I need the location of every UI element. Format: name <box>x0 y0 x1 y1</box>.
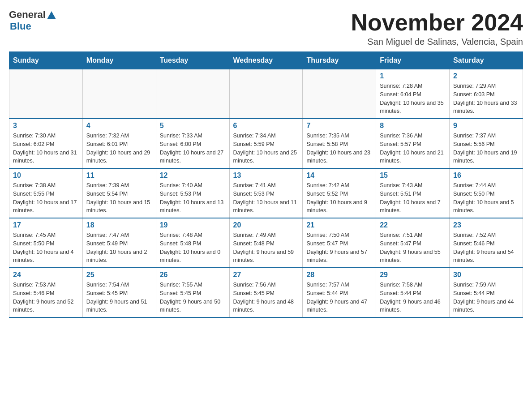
calendar-cell: 19Sunrise: 7:48 AM Sunset: 5:48 PM Dayli… <box>156 218 229 268</box>
month-title: November 2024 <box>351 9 523 36</box>
day-number: 16 <box>453 171 519 180</box>
day-number: 29 <box>380 271 446 279</box>
calendar-cell <box>82 69 156 119</box>
day-info: Sunrise: 7:54 AM Sunset: 5:45 PM Dayligh… <box>86 281 152 314</box>
day-number: 18 <box>86 221 152 229</box>
page-header: General Blue November 2024 San Miguel de… <box>9 9 523 47</box>
calendar-cell: 23Sunrise: 7:52 AM Sunset: 5:46 PM Dayli… <box>450 218 523 268</box>
day-number: 11 <box>86 171 152 180</box>
day-number: 17 <box>13 221 79 229</box>
day-number: 22 <box>380 221 446 229</box>
calendar-cell: 20Sunrise: 7:49 AM Sunset: 5:48 PM Dayli… <box>229 218 303 268</box>
calendar-cell: 30Sunrise: 7:59 AM Sunset: 5:44 PM Dayli… <box>450 268 523 317</box>
day-info: Sunrise: 7:30 AM Sunset: 6:02 PM Dayligh… <box>13 132 79 165</box>
day-info: Sunrise: 7:52 AM Sunset: 5:46 PM Dayligh… <box>453 231 519 265</box>
calendar-cell: 26Sunrise: 7:55 AM Sunset: 5:45 PM Dayli… <box>156 268 229 317</box>
day-number: 4 <box>86 122 152 130</box>
calendar-cell: 7Sunrise: 7:35 AM Sunset: 5:58 PM Daylig… <box>303 119 376 168</box>
day-number: 24 <box>13 271 79 279</box>
day-info: Sunrise: 7:39 AM Sunset: 5:54 PM Dayligh… <box>86 181 152 215</box>
day-info: Sunrise: 7:40 AM Sunset: 5:53 PM Dayligh… <box>160 181 226 215</box>
day-info: Sunrise: 7:37 AM Sunset: 5:56 PM Dayligh… <box>453 132 519 165</box>
day-info: Sunrise: 7:59 AM Sunset: 5:44 PM Dayligh… <box>453 281 519 314</box>
calendar-cell: 21Sunrise: 7:50 AM Sunset: 5:47 PM Dayli… <box>303 218 376 268</box>
weekday-header-sunday: Sunday <box>9 52 83 69</box>
weekday-header-wednesday: Wednesday <box>229 52 303 69</box>
calendar-cell: 10Sunrise: 7:38 AM Sunset: 5:55 PM Dayli… <box>9 168 83 218</box>
week-row-1: 1Sunrise: 7:28 AM Sunset: 6:04 PM Daylig… <box>9 69 523 119</box>
day-info: Sunrise: 7:44 AM Sunset: 5:50 PM Dayligh… <box>453 181 519 215</box>
day-number: 23 <box>453 221 519 229</box>
day-info: Sunrise: 7:33 AM Sunset: 6:00 PM Dayligh… <box>160 132 226 165</box>
calendar-cell: 27Sunrise: 7:56 AM Sunset: 5:45 PM Dayli… <box>229 268 303 317</box>
day-info: Sunrise: 7:34 AM Sunset: 5:59 PM Dayligh… <box>233 132 299 165</box>
calendar-cell: 14Sunrise: 7:42 AM Sunset: 5:52 PM Dayli… <box>303 168 376 218</box>
calendar-cell: 1Sunrise: 7:28 AM Sunset: 6:04 PM Daylig… <box>376 69 450 119</box>
calendar-body: 1Sunrise: 7:28 AM Sunset: 6:04 PM Daylig… <box>9 69 523 318</box>
calendar-cell: 22Sunrise: 7:51 AM Sunset: 5:47 PM Dayli… <box>376 218 450 268</box>
logo-blue-text: Blue <box>9 21 31 32</box>
day-number: 20 <box>233 221 299 229</box>
logo: General Blue <box>9 9 56 32</box>
day-number: 14 <box>306 171 372 180</box>
day-number: 28 <box>306 271 372 279</box>
day-number: 15 <box>380 171 446 180</box>
day-info: Sunrise: 7:32 AM Sunset: 6:01 PM Dayligh… <box>86 132 152 165</box>
day-info: Sunrise: 7:42 AM Sunset: 5:52 PM Dayligh… <box>306 181 372 215</box>
logo-triangle-icon <box>47 11 56 19</box>
calendar-cell: 5Sunrise: 7:33 AM Sunset: 6:00 PM Daylig… <box>156 119 229 168</box>
calendar-cell: 18Sunrise: 7:47 AM Sunset: 5:49 PM Dayli… <box>82 218 156 268</box>
day-info: Sunrise: 7:53 AM Sunset: 5:46 PM Dayligh… <box>13 281 79 314</box>
day-info: Sunrise: 7:43 AM Sunset: 5:51 PM Dayligh… <box>380 181 446 215</box>
day-number: 2 <box>453 72 519 80</box>
day-number: 3 <box>13 122 79 130</box>
calendar-cell <box>303 69 376 119</box>
weekday-header-tuesday: Tuesday <box>156 52 229 69</box>
day-info: Sunrise: 7:51 AM Sunset: 5:47 PM Dayligh… <box>380 231 446 265</box>
day-info: Sunrise: 7:58 AM Sunset: 5:44 PM Dayligh… <box>380 281 446 314</box>
day-info: Sunrise: 7:35 AM Sunset: 5:58 PM Dayligh… <box>306 132 372 165</box>
logo-general: General <box>9 9 56 21</box>
calendar-cell <box>156 69 229 119</box>
day-info: Sunrise: 7:38 AM Sunset: 5:55 PM Dayligh… <box>13 181 79 215</box>
calendar-cell: 4Sunrise: 7:32 AM Sunset: 6:01 PM Daylig… <box>82 119 156 168</box>
day-number: 27 <box>233 271 299 279</box>
day-number: 26 <box>160 271 226 279</box>
day-number: 6 <box>233 122 299 130</box>
day-number: 10 <box>13 171 79 180</box>
calendar-cell: 13Sunrise: 7:41 AM Sunset: 5:53 PM Dayli… <box>229 168 303 218</box>
weekday-header-monday: Monday <box>82 52 156 69</box>
day-number: 9 <box>453 122 519 130</box>
calendar-cell: 24Sunrise: 7:53 AM Sunset: 5:46 PM Dayli… <box>9 268 83 317</box>
day-info: Sunrise: 7:36 AM Sunset: 5:57 PM Dayligh… <box>380 132 446 165</box>
day-info: Sunrise: 7:56 AM Sunset: 5:45 PM Dayligh… <box>233 281 299 314</box>
calendar-table: SundayMondayTuesdayWednesdayThursdayFrid… <box>9 51 523 318</box>
day-info: Sunrise: 7:49 AM Sunset: 5:48 PM Dayligh… <box>233 231 299 265</box>
calendar-cell: 28Sunrise: 7:57 AM Sunset: 5:44 PM Dayli… <box>303 268 376 317</box>
day-info: Sunrise: 7:48 AM Sunset: 5:48 PM Dayligh… <box>160 231 226 265</box>
calendar-cell: 16Sunrise: 7:44 AM Sunset: 5:50 PM Dayli… <box>450 168 523 218</box>
day-info: Sunrise: 7:50 AM Sunset: 5:47 PM Dayligh… <box>306 231 372 265</box>
day-number: 12 <box>160 171 226 180</box>
calendar-cell: 17Sunrise: 7:45 AM Sunset: 5:50 PM Dayli… <box>9 218 83 268</box>
day-number: 1 <box>380 72 446 80</box>
week-row-4: 17Sunrise: 7:45 AM Sunset: 5:50 PM Dayli… <box>9 218 523 268</box>
day-number: 8 <box>380 122 446 130</box>
day-number: 5 <box>160 122 226 130</box>
calendar-cell: 8Sunrise: 7:36 AM Sunset: 5:57 PM Daylig… <box>376 119 450 168</box>
calendar-cell: 3Sunrise: 7:30 AM Sunset: 6:02 PM Daylig… <box>9 119 83 168</box>
weekday-header-saturday: Saturday <box>450 52 523 69</box>
weekday-header-row: SundayMondayTuesdayWednesdayThursdayFrid… <box>9 52 523 69</box>
calendar-cell: 9Sunrise: 7:37 AM Sunset: 5:56 PM Daylig… <box>450 119 523 168</box>
day-number: 21 <box>306 221 372 229</box>
calendar-cell: 12Sunrise: 7:40 AM Sunset: 5:53 PM Dayli… <box>156 168 229 218</box>
calendar-cell <box>229 69 303 119</box>
location: San Miguel de Salinas, Valencia, Spain <box>351 37 523 47</box>
week-row-5: 24Sunrise: 7:53 AM Sunset: 5:46 PM Dayli… <box>9 268 523 317</box>
day-number: 25 <box>86 271 152 279</box>
title-block: November 2024 San Miguel de Salinas, Val… <box>351 9 523 47</box>
day-info: Sunrise: 7:57 AM Sunset: 5:44 PM Dayligh… <box>306 281 372 314</box>
weekday-header-friday: Friday <box>376 52 450 69</box>
day-number: 19 <box>160 221 226 229</box>
calendar-header: SundayMondayTuesdayWednesdayThursdayFrid… <box>9 52 523 69</box>
